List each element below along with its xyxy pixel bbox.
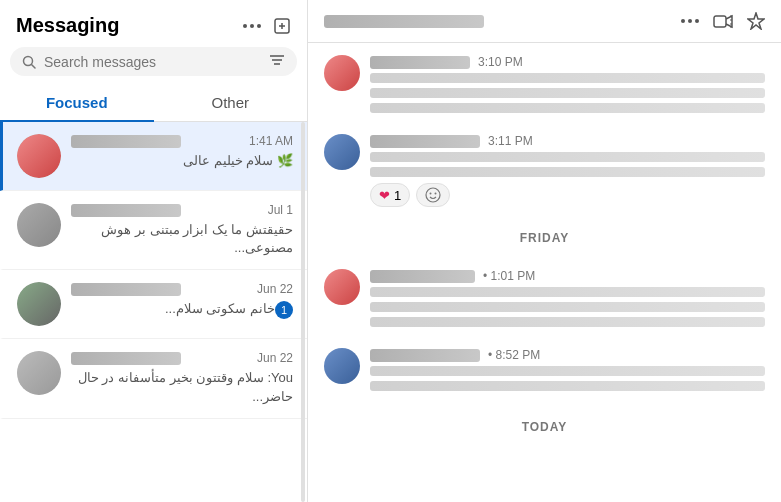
- conv-preview: خانم سکوتی سلام...: [71, 300, 275, 318]
- conv-preview: 🌿 سلام خیلیم عالی: [71, 152, 293, 170]
- heart-count: 1: [394, 188, 401, 203]
- conv-content: Jun 22 You: سلام وقتتون بخیر متأسفانه در…: [71, 351, 293, 405]
- star-icon[interactable]: [747, 12, 765, 30]
- svg-rect-14: [714, 16, 726, 27]
- search-bar: [10, 47, 297, 76]
- emoji-icon: [425, 187, 441, 203]
- filter-icon[interactable]: [269, 53, 285, 70]
- avatar: [17, 203, 61, 247]
- avatar: [17, 282, 61, 326]
- right-header: [308, 0, 781, 43]
- message-sender: [370, 270, 475, 283]
- heart-reaction-button[interactable]: ❤ 1: [370, 183, 410, 207]
- message-text-line: [370, 302, 765, 312]
- more-icon[interactable]: [243, 24, 261, 28]
- search-icon: [22, 55, 36, 69]
- unread-badge: 1: [275, 301, 293, 319]
- svg-point-11: [681, 19, 685, 23]
- message-text-line: [370, 152, 765, 162]
- app-title: Messaging: [16, 14, 119, 37]
- message-row: 3:10 PM: [324, 55, 765, 118]
- message-avatar: [324, 55, 360, 91]
- conv-preview: You: سلام وقتتون بخیر متأسفانه در حال حا…: [71, 369, 293, 405]
- conv-content: Jul 1 حقیقتش ما یک ابزار مبتنی بر هوش مص…: [71, 203, 293, 257]
- conv-content: Jun 22 خانم سکوتی سلام... 1: [71, 282, 293, 318]
- scroll-indicator: [301, 122, 305, 502]
- svg-point-13: [695, 19, 699, 23]
- message-text-line: [370, 103, 765, 113]
- svg-point-2: [257, 24, 261, 28]
- svg-point-1: [250, 24, 254, 28]
- tab-other[interactable]: Other: [154, 84, 308, 121]
- heart-icon: ❤: [379, 188, 390, 203]
- left-panel: Messaging Focused Other: [0, 0, 308, 502]
- message-text-line: [370, 381, 765, 391]
- add-reaction-button[interactable]: [416, 183, 450, 207]
- conv-time: Jul 1: [268, 203, 293, 217]
- day-divider: TODAY: [324, 420, 765, 434]
- avatar: [17, 134, 61, 178]
- svg-point-18: [430, 193, 432, 195]
- reactions: ❤ 1: [370, 183, 765, 207]
- message-time: • 8:52 PM: [488, 348, 540, 362]
- message-sender: [370, 349, 480, 362]
- message-time: 3:10 PM: [478, 55, 523, 69]
- left-header: Messaging: [0, 0, 307, 47]
- message-body: • 1:01 PM: [370, 269, 765, 332]
- message-text-line: [370, 317, 765, 327]
- message-row: • 1:01 PM: [324, 269, 765, 332]
- message-row: • 8:52 PM: [324, 348, 765, 396]
- message-text-line: [370, 88, 765, 98]
- conv-content: 1:41 AM 🌿 سلام خیلیم عالی: [71, 134, 293, 170]
- message-text-line: [370, 287, 765, 297]
- conv-time: 1:41 AM: [249, 134, 293, 148]
- conversations-list: 1:41 AM 🌿 سلام خیلیم عالی Jul 1 حقیقتش م…: [0, 122, 307, 502]
- conv-name: [71, 352, 181, 365]
- messages-area: 3:10 PM 3:11 PM ❤ 1: [308, 43, 781, 502]
- message-body: 3:10 PM: [370, 55, 765, 118]
- right-panel: 3:10 PM 3:11 PM ❤ 1: [308, 0, 781, 502]
- conv-time: Jun 22: [257, 282, 293, 296]
- avatar: [17, 351, 61, 395]
- conv-name: [71, 135, 181, 148]
- message-text-line: [370, 73, 765, 83]
- conv-name: [71, 283, 181, 296]
- message-text-line: [370, 366, 765, 376]
- conv-preview: حقیقتش ما یک ابزار مبتنی بر هوش مصنوعی..…: [71, 221, 293, 257]
- message-sender: [370, 56, 470, 69]
- tab-focused[interactable]: Focused: [0, 84, 154, 121]
- message-sender: [370, 135, 480, 148]
- svg-point-19: [435, 193, 437, 195]
- conversation-item[interactable]: 1:41 AM 🌿 سلام خیلیم عالی: [0, 122, 307, 191]
- message-row: 3:11 PM ❤ 1: [324, 134, 765, 207]
- svg-point-0: [243, 24, 247, 28]
- compose-icon[interactable]: [273, 17, 291, 35]
- header-icons: [243, 17, 291, 35]
- conv-time: Jun 22: [257, 351, 293, 365]
- message-body: • 8:52 PM: [370, 348, 765, 396]
- svg-point-12: [688, 19, 692, 23]
- message-avatar: [324, 348, 360, 384]
- conversation-item[interactable]: Jun 22 You: سلام وقتتون بخیر متأسفانه در…: [0, 339, 307, 418]
- search-input[interactable]: [44, 54, 261, 70]
- more-options-icon[interactable]: [681, 19, 699, 23]
- svg-marker-16: [748, 13, 764, 29]
- message-time: • 1:01 PM: [483, 269, 535, 283]
- right-header-icons: [681, 12, 765, 30]
- message-text-line: [370, 167, 765, 177]
- svg-line-7: [32, 64, 36, 68]
- conv-name: [71, 204, 181, 217]
- svg-point-17: [426, 188, 440, 202]
- message-avatar: [324, 134, 360, 170]
- conversation-item[interactable]: Jun 22 خانم سکوتی سلام... 1: [0, 270, 307, 339]
- message-time: 3:11 PM: [488, 134, 533, 148]
- video-call-icon[interactable]: [713, 14, 733, 29]
- message-body: 3:11 PM ❤ 1: [370, 134, 765, 207]
- day-divider: FRIDAY: [324, 231, 765, 245]
- chat-title: [324, 15, 484, 28]
- message-avatar: [324, 269, 360, 305]
- tabs: Focused Other: [0, 84, 307, 122]
- conversation-item[interactable]: Jul 1 حقیقتش ما یک ابزار مبتنی بر هوش مص…: [0, 191, 307, 270]
